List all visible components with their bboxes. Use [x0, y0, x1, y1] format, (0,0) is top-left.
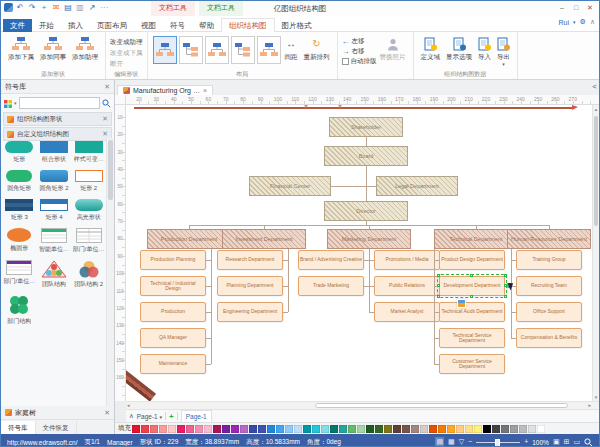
tab-组织结构图[interactable]: 组织结构图: [221, 18, 275, 33]
fill-swatch[interactable]: [177, 425, 185, 433]
fill-swatch[interactable]: [285, 425, 293, 433]
move-right-button[interactable]: →右移: [342, 47, 377, 56]
fill-swatch[interactable]: [465, 425, 473, 433]
org-node-shareholder[interactable]: Shareholder: [329, 117, 403, 137]
fill-swatch[interactable]: [339, 425, 347, 433]
fill-swatch[interactable]: [276, 425, 284, 433]
org-node-dept-4[interactable]: Human Resources Department: [507, 229, 591, 249]
shape-item-6[interactable]: 矩形 3: [2, 196, 37, 222]
shape-item-10[interactable]: 智能单位…: [37, 225, 72, 254]
fill-swatch[interactable]: [267, 425, 275, 433]
fill-swatch[interactable]: [528, 425, 536, 433]
spacing-button[interactable]: ↔间距: [282, 34, 301, 63]
sidebar-scrollbar[interactable]: [106, 138, 114, 406]
minimize-icon[interactable]: –: [555, 1, 569, 14]
selection-handle[interactable]: [504, 274, 507, 277]
org-node-child[interactable]: Technical Audit Department: [439, 302, 505, 322]
drawing-page[interactable]: ShareholderBoardFinancial CenterLegal De…: [126, 105, 599, 401]
shape-item-14[interactable]: 团队结构 2: [71, 257, 106, 289]
org-node-dept-2[interactable]: Marketing Department: [327, 229, 411, 249]
share-icon[interactable]: ↗: [87, 2, 97, 13]
page-dropdown[interactable]: Page-1 ▾: [137, 413, 162, 420]
tab-符号[interactable]: 符号: [163, 19, 192, 32]
org-node-child[interactable]: Technical Service Department: [439, 328, 505, 348]
zoom-out-icon[interactable]: −: [468, 437, 472, 447]
org-node-child[interactable]: Engineering Department: [217, 302, 283, 322]
zoom-slider[interactable]: [476, 442, 520, 443]
vertical-scrollbar[interactable]: ▴▾: [592, 105, 599, 401]
fit-page-icon[interactable]: ▣: [553, 437, 560, 447]
fill-swatch[interactable]: [483, 425, 491, 433]
shape-item-13[interactable]: 团队结构: [37, 257, 72, 289]
fill-swatch[interactable]: [303, 425, 311, 433]
scroll-left-icon[interactable]: ◂: [127, 402, 130, 409]
fill-swatch[interactable]: [204, 425, 212, 433]
fill-swatch[interactable]: [510, 425, 518, 433]
view-page-icon[interactable]: ▦: [448, 437, 455, 447]
fill-swatch[interactable]: [240, 425, 248, 433]
rearrange-button[interactable]: ↻重新排列: [301, 34, 333, 63]
tab-开始[interactable]: 开始: [32, 19, 61, 32]
scroll-up-icon[interactable]: ▴: [593, 106, 599, 112]
fill-swatch[interactable]: [195, 425, 203, 433]
chevron-down-icon[interactable]: ▾: [573, 19, 576, 25]
org-node-board[interactable]: Board: [324, 146, 408, 166]
sidebar-tab-1[interactable]: 文件恢复: [36, 421, 77, 434]
selection-handle[interactable]: [437, 295, 440, 298]
view-normal-icon[interactable]: ▤: [435, 437, 444, 447]
scrollbar-thumb[interactable]: [594, 116, 598, 226]
shape-item-7[interactable]: 矩形 4: [37, 196, 72, 222]
shape-item-9[interactable]: 椭圆形: [2, 225, 37, 254]
zoom-slider-thumb[interactable]: [495, 439, 500, 447]
org-node-staff-0[interactable]: Financial Center: [249, 176, 331, 196]
org-node-child[interactable]: Product Design Department: [439, 250, 505, 270]
fill-swatch[interactable]: [249, 425, 257, 433]
org-node-dept-0[interactable]: Production Department: [147, 229, 231, 249]
move-left-button[interactable]: ←左移: [342, 37, 377, 46]
tab-帮助[interactable]: 帮助: [192, 19, 221, 32]
shape-item-3[interactable]: 圆角矩形: [2, 167, 37, 193]
new-document-icon[interactable]: +: [39, 2, 49, 13]
fill-swatch[interactable]: [150, 425, 158, 433]
fill-swatch[interactable]: [321, 425, 329, 433]
page-tab-active[interactable]: Page-1: [181, 410, 212, 422]
selection-handle[interactable]: [437, 284, 440, 287]
edit-shape-button-0[interactable]: 改变成助理: [110, 36, 143, 47]
fill-swatch[interactable]: [132, 425, 140, 433]
org-node-staff-1[interactable]: Legal Department: [376, 176, 458, 196]
scroll-right-icon[interactable]: ▸: [588, 402, 591, 409]
magnifier-icon[interactable]: [584, 438, 593, 447]
zoom-level[interactable]: 100%: [532, 439, 549, 446]
collapse-right-panel-icon[interactable]: <: [592, 82, 597, 91]
org-node-dept-3[interactable]: Technical Department: [434, 229, 518, 249]
fill-swatch[interactable]: [357, 425, 365, 433]
org-node-child[interactable]: Planning Department: [217, 276, 283, 296]
add-shape-button-2[interactable]: 添加助理: [69, 34, 101, 63]
selection-handle[interactable]: [504, 295, 507, 298]
zoom-in-icon[interactable]: +: [524, 437, 528, 447]
undo-icon[interactable]: ↶: [15, 2, 25, 13]
fill-swatch[interactable]: [312, 425, 320, 433]
org-node-child[interactable]: Training Group: [516, 250, 582, 270]
org-node-child[interactable]: Production Planning: [140, 250, 206, 270]
org-node-child[interactable]: Office Support: [516, 302, 582, 322]
fill-swatch[interactable]: [438, 425, 446, 433]
fill-swatch[interactable]: [141, 425, 149, 433]
fill-swatch[interactable]: [294, 425, 302, 433]
scrollbar-thumb[interactable]: [108, 140, 113, 200]
close-icon[interactable]: ✕: [102, 130, 108, 138]
add-shape-button-0[interactable]: 添加下属: [5, 34, 37, 63]
add-page-button[interactable]: +: [169, 412, 174, 421]
horizontal-scrollbar[interactable]: ◂ ▸: [126, 401, 599, 409]
sidebar-tab-0[interactable]: 符号库: [1, 421, 36, 434]
quick-layout-icon[interactable]: [457, 299, 466, 308]
org-node-dept-1[interactable]: Investment Department: [222, 229, 306, 249]
pan-icon[interactable]: ⊞: [564, 437, 570, 447]
org-node-child[interactable]: Market Analyst: [374, 302, 440, 322]
selection-handle[interactable]: [470, 295, 473, 298]
fill-swatch[interactable]: [222, 425, 230, 433]
org-node-child[interactable]: Trade Marketing: [298, 276, 364, 296]
shape-item-8[interactable]: 高光形状: [71, 196, 106, 222]
org-node-child[interactable]: QA Manager: [140, 328, 206, 348]
org-node-child[interactable]: Customer Service Department: [439, 354, 505, 374]
